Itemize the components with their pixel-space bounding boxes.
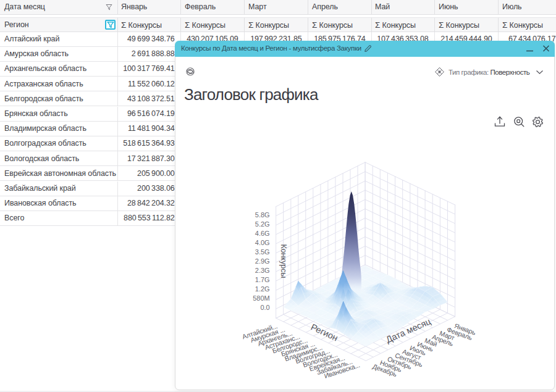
svg-text:5.8G: 5.8G	[255, 211, 270, 219]
svg-text:2.9G: 2.9G	[255, 257, 270, 265]
svg-text:2.3G: 2.3G	[255, 267, 270, 274]
svg-text:4.6G: 4.6G	[255, 230, 270, 237]
svg-text:5.2G: 5.2G	[255, 220, 270, 228]
svg-text:Конкурсы: Конкурсы	[279, 244, 288, 278]
svg-text:4.0G: 4.0G	[255, 239, 270, 246]
svg-text:1.2G: 1.2G	[255, 285, 270, 293]
svg-text:1.7G: 1.7G	[255, 276, 270, 283]
svg-text:3.5G: 3.5G	[255, 248, 270, 256]
svg-text:0.0: 0.0	[260, 304, 269, 311]
svg-text:580M: 580M	[253, 294, 270, 302]
